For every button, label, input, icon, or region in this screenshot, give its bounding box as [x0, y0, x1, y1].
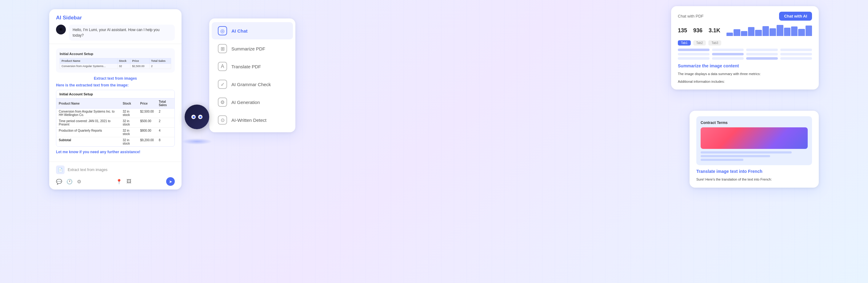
chat-with-ai-button[interactable]: Chat with AI: [779, 12, 812, 21]
chat-pdf-title: Chat with PDF: [678, 14, 704, 19]
grammar-check-icon: ✓: [218, 80, 227, 89]
footer-input-row: 📄 Extract text from images: [56, 165, 175, 174]
preview-col-header-sales: Total Sales: [150, 58, 171, 64]
ai-sidebar-card: AI Sidebar Hello, I'm Lumi, your AI assi…: [49, 9, 182, 189]
preview-row: Conversion from Angular Systems... 32 $2…: [60, 64, 171, 69]
table-preview: [678, 49, 812, 60]
translate-link[interactable]: Translate image text into French: [696, 169, 812, 174]
summary-text: The image displays a data summary with t…: [678, 71, 812, 76]
preview-col-4: [678, 53, 710, 55]
contract-line-2: [701, 155, 770, 157]
ai-sidebar-header: AI Sidebar Hello, I'm Lumi, your AI assi…: [49, 9, 182, 44]
menu-item-translate-pdf[interactable]: A Translate PDF: [212, 58, 293, 75]
extracted-table: Product Name Stock Price Total Sales Con…: [56, 98, 175, 147]
chat-pdf-header: Chat with PDF Chat with AI: [678, 12, 812, 21]
stat-tab-2[interactable]: Tab2: [693, 40, 706, 45]
preview-col-header-stock: Stock: [117, 58, 130, 64]
summarize-pdf-icon: ⊞: [218, 44, 227, 53]
ai-generation-icon: ⚙: [218, 97, 227, 107]
contract-lines: [701, 151, 808, 161]
extracted-text-label: Here is the extracted text from the imag…: [56, 83, 175, 87]
extracted-table-title: Initial Account Setup: [56, 90, 175, 98]
extract-link[interactable]: Extract text from images: [56, 76, 175, 81]
footer-input-text: Extract text from images: [68, 168, 175, 172]
bar-10: [791, 27, 798, 36]
stat-value-1: 135: [678, 27, 687, 34]
preview-col-header-product: Product Name: [60, 58, 118, 64]
col-stock: Stock: [120, 98, 138, 108]
preview-col-2: [746, 49, 778, 51]
bar-11: [798, 29, 805, 36]
table-preview-row-2: [678, 53, 812, 55]
robot-eyes: [191, 115, 203, 119]
stat-tabs: Tab1 Tab2 Tab3: [678, 40, 812, 45]
robot-eye-right: [198, 115, 203, 119]
contract-card: Contract Terms Translate image text into…: [689, 111, 819, 188]
extract-preview: Initial Account Setup Product Name Stock…: [56, 48, 175, 72]
table-preview-row-1: [678, 49, 812, 51]
stat-item-2: 936: [693, 27, 703, 34]
preview-col-3: [780, 49, 812, 51]
summarize-link[interactable]: Summarize the image content: [678, 63, 812, 68]
preview-col-dark-1: [678, 49, 710, 51]
preview-col-1: [712, 49, 744, 51]
menu-item-grammar-check[interactable]: ✓ AI Grammar Check: [212, 76, 293, 93]
preview-col-6: [780, 53, 812, 55]
send-button[interactable]: ➤: [166, 177, 175, 186]
extract-preview-table: Product Name Stock Price Total Sales Con…: [60, 58, 171, 69]
translate-pdf-icon: A: [218, 62, 227, 71]
bar-3: [741, 31, 747, 36]
ai-sidebar-title: AI Sidebar: [56, 15, 175, 21]
menu-item-ai-generation[interactable]: ⚙ AI Generation: [212, 94, 293, 111]
bar-9: [784, 28, 790, 36]
bar-5: [755, 30, 762, 36]
menu-label-grammar-check: AI Grammar Check: [231, 82, 271, 87]
location-pin-icon: 📍: [116, 179, 122, 185]
contract-preview: Contract Terms: [696, 116, 812, 165]
menu-label-ai-generation: AI Generation: [231, 100, 260, 105]
preview-col-dark-3: [746, 57, 778, 60]
chat-pdf-card: Chat with PDF Chat with AI 135 936 3.1K: [671, 6, 819, 90]
robot-eye-left: [191, 115, 196, 119]
stat-tab-3[interactable]: Tab3: [708, 40, 721, 45]
stat-item-1: 135: [678, 27, 687, 34]
stat-item-3: 3.1K: [709, 27, 720, 34]
bar-12: [806, 26, 812, 36]
footer-icons-row: 💬 🕐 ⚙ 📍 🖼 ➤: [56, 177, 175, 186]
robot-body: [185, 104, 209, 129]
extracted-table-wrapper: Initial Account Setup Product Name Stock…: [56, 90, 175, 147]
stat-tab-1[interactable]: Tab1: [678, 40, 691, 45]
contract-line-3: [701, 159, 743, 161]
bar-6: [763, 26, 769, 36]
table-preview-row-3: [678, 57, 812, 60]
bar-8: [777, 25, 783, 36]
translation-text: Sure! Here's the translation of the text…: [696, 177, 812, 182]
ai-chat-menu-card: ◎ AI Chat ⊞ Summarize PDF A Translate PD…: [209, 19, 296, 132]
col-price: Price: [137, 98, 156, 108]
speech-bubble-icon[interactable]: 💬: [56, 179, 62, 185]
contract-image-placeholder: [701, 127, 808, 149]
menu-label-ai-written-detect: AI-Written Detect: [231, 118, 267, 123]
menu-item-ai-written-detect[interactable]: ⊙ AI-Written Detect: [212, 112, 293, 129]
ai-greeting-row: Hello, I'm Lumi, your AI assistant. How …: [56, 25, 175, 41]
menu-item-ai-chat[interactable]: ◎ AI Chat: [212, 22, 293, 39]
mini-bar-chart: [726, 25, 812, 36]
image-upload-icon[interactable]: 🖼: [126, 179, 131, 184]
stat-value-3: 3.1K: [709, 27, 720, 34]
clock-icon[interactable]: 🕐: [66, 179, 73, 185]
ai-greeting-text: Hello, I'm Lumi, your AI assistant. How …: [69, 25, 175, 41]
contract-preview-title: Contract Terms: [701, 121, 808, 125]
col-product: Product Name: [56, 98, 120, 108]
table-row: Subtotal 32 in stock $9,200.00 8: [56, 137, 175, 147]
doc-icon: 📄: [56, 165, 65, 174]
ai-avatar: [56, 25, 66, 34]
further-assistance-text: Let me know if you need any further assi…: [56, 150, 175, 154]
bar-1: [726, 33, 733, 36]
preview-col-5: [746, 53, 778, 55]
settings-icon[interactable]: ⚙: [77, 179, 81, 185]
contract-line-1: [701, 151, 792, 154]
ai-chat-icon: ◎: [218, 26, 227, 35]
table-row: Conversion from Angular Systems Inc. to …: [56, 108, 175, 118]
stat-value-2: 936: [693, 27, 703, 34]
menu-item-summarize-pdf[interactable]: ⊞ Summarize PDF: [212, 40, 293, 57]
